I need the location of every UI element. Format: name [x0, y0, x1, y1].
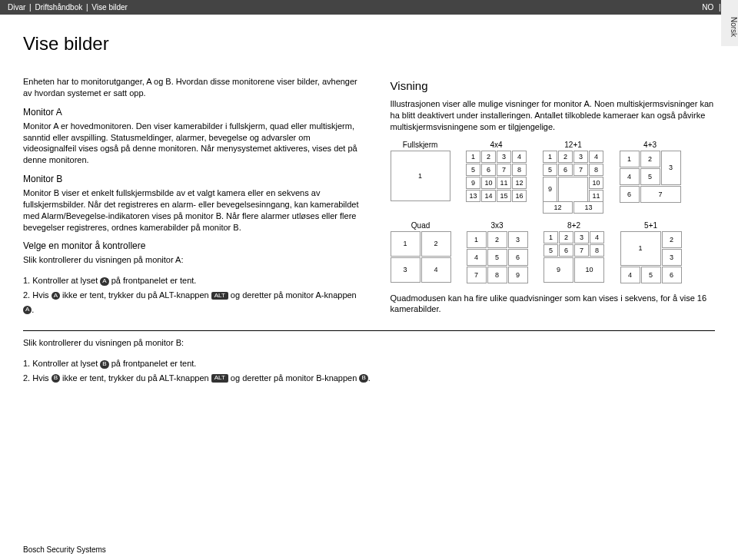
quad-grid: 12 34: [391, 231, 451, 283]
layouts-diagram: Fullskjerm 1 4x4 1234 5678 9101112 13141…: [391, 141, 715, 283]
lang-code: NO: [702, 3, 713, 12]
monitor-a-icon: A: [23, 306, 32, 314]
visning-text: Illustrasjonen viser alle mulige visning…: [391, 98, 715, 133]
step-b1: 1. Kontroller at lyset B på frontpanelet…: [23, 356, 715, 371]
cell: 1: [391, 151, 450, 201]
quad-label: Quad: [391, 221, 450, 230]
control-heading: Velge en monitor å kontrollere: [23, 240, 364, 251]
4plus3-grid: 12 3 45 67: [620, 151, 681, 203]
4x4-label: 4x4: [466, 141, 527, 149]
bc-page: Vise bilder: [91, 3, 128, 12]
monitor-a-heading: Monitor A: [23, 107, 364, 118]
monitor-b-text: Monitor B viser et enkelt fullskjermsbil…: [23, 187, 364, 233]
footer-brand: Bosch Security Systems: [23, 545, 106, 554]
monitor-b-icon: B: [52, 374, 60, 383]
intro-text: Enheten har to monitorutganger, A og B. …: [23, 76, 364, 99]
monitor-b-heading: Monitor B: [23, 174, 364, 184]
4x4-grid: 1234 5678 9101112 13141516: [466, 151, 527, 202]
8plus2-label: 8+2: [544, 221, 605, 230]
monitor-b-icon: B: [100, 360, 108, 369]
3x3-label: 3x3: [467, 221, 528, 230]
breadcrumb: Divar | Driftshåndbok | Vise bilder: [8, 3, 129, 12]
side-tab-language: Norsk: [721, 0, 738, 46]
control-a-label: Slik kontrollerer du visningen på monito…: [23, 254, 364, 266]
divider: [23, 330, 715, 331]
bc-product: Divar: [8, 3, 25, 12]
12plus1-label: 12+1: [543, 141, 604, 149]
fullscreen-grid: 1: [391, 151, 450, 201]
quad-note: Quadmodusen kan ha fire ulike quadvisnin…: [391, 293, 715, 316]
step-a1: 1. Kontroller at lyset A på frontpanelet…: [23, 273, 364, 288]
3x3-grid: 123 456 789: [467, 231, 528, 283]
visning-heading: Visning: [391, 79, 715, 92]
header-bar: Divar | Driftshåndbok | Vise bilder NO |…: [0, 0, 738, 15]
4plus3-label: 4+3: [620, 141, 681, 149]
bc-section: Driftshåndbok: [35, 3, 83, 12]
right-column: Visning Illustrasjonen viser alle mulige…: [391, 76, 715, 323]
8plus2-grid: 1234 5678 910: [544, 231, 604, 283]
monitor-a-text: Monitor A er hovedmonitoren. Den viser k…: [23, 121, 364, 166]
step-b2: 2. Hvis B ikke er tent, trykker du på AL…: [23, 371, 715, 386]
5plus1-label: 5+1: [620, 221, 682, 230]
5plus1-grid: 1 23 456: [620, 231, 682, 283]
alt-key-icon: ALT: [211, 292, 228, 300]
monitor-a-icon: A: [100, 277, 108, 286]
12plus1-grid: 1234 5678 91011: [543, 151, 603, 202]
fullscreen-label: Fullskjerm: [391, 141, 450, 149]
monitor-a-icon: A: [52, 292, 60, 300]
alt-key-icon: ALT: [211, 374, 228, 383]
page-title: Vise bilder: [23, 33, 715, 55]
left-column: Enheten har to monitorutganger, A og B. …: [23, 76, 364, 323]
step-a2: 2. Hvis A ikke er tent, trykker du på AL…: [23, 288, 364, 316]
page-content: Vise bilder Enheten har to monitorutgang…: [0, 15, 738, 385]
monitor-b-icon: B: [359, 374, 367, 383]
control-b-label: Slik kontrollerer du visningen på monito…: [23, 337, 715, 349]
